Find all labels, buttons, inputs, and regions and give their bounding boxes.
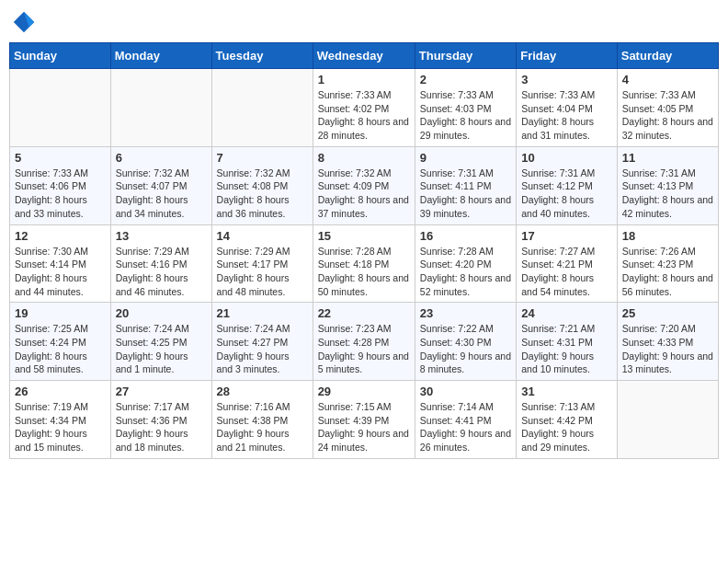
day-number: 14 xyxy=(217,229,308,243)
day-info: Sunrise: 7:13 AMSunset: 4:42 PMDaylight:… xyxy=(521,400,612,454)
day-cell-17: 17Sunrise: 7:27 AMSunset: 4:21 PMDayligh… xyxy=(517,224,618,303)
empty-cell xyxy=(110,69,211,147)
day-number: 23 xyxy=(420,306,511,320)
day-info: Sunrise: 7:14 AMSunset: 4:41 PMDaylight:… xyxy=(420,400,511,454)
col-header-saturday: Saturday xyxy=(617,43,718,69)
day-cell-29: 29Sunrise: 7:15 AMSunset: 4:39 PMDayligh… xyxy=(313,381,415,459)
day-number: 28 xyxy=(217,385,308,398)
day-number: 1 xyxy=(318,73,410,86)
day-number: 27 xyxy=(116,385,207,398)
day-cell-5: 5Sunrise: 7:33 AMSunset: 4:06 PMDaylight… xyxy=(10,146,111,224)
col-header-wednesday: Wednesday xyxy=(313,43,415,69)
day-number: 9 xyxy=(420,151,511,165)
day-cell-14: 14Sunrise: 7:29 AMSunset: 4:17 PMDayligh… xyxy=(211,224,313,303)
day-number: 7 xyxy=(217,151,308,165)
day-number: 18 xyxy=(622,229,713,243)
day-info: Sunrise: 7:32 AMSunset: 4:07 PMDaylight:… xyxy=(116,167,207,221)
day-info: Sunrise: 7:20 AMSunset: 4:33 PMDaylight:… xyxy=(622,322,713,376)
day-number: 31 xyxy=(521,385,612,398)
day-info: Sunrise: 7:24 AMSunset: 4:27 PMDaylight:… xyxy=(217,322,308,376)
day-number: 24 xyxy=(521,306,612,320)
logo-icon xyxy=(11,9,37,35)
day-info: Sunrise: 7:33 AMSunset: 4:05 PMDaylight:… xyxy=(622,88,713,143)
day-cell-7: 7Sunrise: 7:32 AMSunset: 4:08 PMDaylight… xyxy=(211,146,313,224)
day-cell-12: 12Sunrise: 7:30 AMSunset: 4:14 PMDayligh… xyxy=(10,224,111,303)
day-cell-28: 28Sunrise: 7:16 AMSunset: 4:38 PMDayligh… xyxy=(211,381,313,459)
day-number: 8 xyxy=(318,151,410,165)
day-info: Sunrise: 7:22 AMSunset: 4:30 PMDaylight:… xyxy=(420,322,511,376)
week-row-5: 26Sunrise: 7:19 AMSunset: 4:34 PMDayligh… xyxy=(10,381,719,459)
day-cell-18: 18Sunrise: 7:26 AMSunset: 4:23 PMDayligh… xyxy=(617,224,718,303)
week-row-1: 1Sunrise: 7:33 AMSunset: 4:02 PMDaylight… xyxy=(10,69,719,147)
day-cell-20: 20Sunrise: 7:24 AMSunset: 4:25 PMDayligh… xyxy=(110,303,211,381)
day-number: 12 xyxy=(15,229,106,243)
day-number: 25 xyxy=(622,306,713,320)
week-row-2: 5Sunrise: 7:33 AMSunset: 4:06 PMDaylight… xyxy=(10,146,719,224)
day-number: 21 xyxy=(217,306,308,320)
day-number: 17 xyxy=(521,229,612,243)
calendar-table: SundayMondayTuesdayWednesdayThursdayFrid… xyxy=(9,42,719,459)
week-row-3: 12Sunrise: 7:30 AMSunset: 4:14 PMDayligh… xyxy=(10,224,719,303)
day-info: Sunrise: 7:15 AMSunset: 4:39 PMDaylight:… xyxy=(318,400,410,454)
day-cell-15: 15Sunrise: 7:28 AMSunset: 4:18 PMDayligh… xyxy=(313,224,415,303)
day-info: Sunrise: 7:31 AMSunset: 4:12 PMDaylight:… xyxy=(521,167,612,221)
day-cell-13: 13Sunrise: 7:29 AMSunset: 4:16 PMDayligh… xyxy=(110,224,211,303)
day-cell-30: 30Sunrise: 7:14 AMSunset: 4:41 PMDayligh… xyxy=(415,381,516,459)
day-cell-4: 4Sunrise: 7:33 AMSunset: 4:05 PMDaylight… xyxy=(617,69,718,147)
logo xyxy=(9,9,39,35)
day-number: 6 xyxy=(116,151,207,165)
day-info: Sunrise: 7:26 AMSunset: 4:23 PMDaylight:… xyxy=(622,245,713,299)
day-cell-2: 2Sunrise: 7:33 AMSunset: 4:03 PMDaylight… xyxy=(415,69,516,147)
col-header-tuesday: Tuesday xyxy=(211,43,313,69)
day-info: Sunrise: 7:27 AMSunset: 4:21 PMDaylight:… xyxy=(521,245,612,299)
day-number: 4 xyxy=(622,73,713,86)
page-header xyxy=(9,9,719,35)
day-cell-26: 26Sunrise: 7:19 AMSunset: 4:34 PMDayligh… xyxy=(10,381,111,459)
day-cell-6: 6Sunrise: 7:32 AMSunset: 4:07 PMDaylight… xyxy=(110,146,211,224)
col-header-friday: Friday xyxy=(517,43,618,69)
day-cell-31: 31Sunrise: 7:13 AMSunset: 4:42 PMDayligh… xyxy=(517,381,618,459)
day-cell-11: 11Sunrise: 7:31 AMSunset: 4:13 PMDayligh… xyxy=(617,146,718,224)
col-header-sunday: Sunday xyxy=(10,43,111,69)
day-number: 16 xyxy=(420,229,511,243)
day-cell-27: 27Sunrise: 7:17 AMSunset: 4:36 PMDayligh… xyxy=(110,381,211,459)
day-cell-23: 23Sunrise: 7:22 AMSunset: 4:30 PMDayligh… xyxy=(415,303,516,381)
day-info: Sunrise: 7:33 AMSunset: 4:02 PMDaylight:… xyxy=(318,88,410,143)
day-cell-25: 25Sunrise: 7:20 AMSunset: 4:33 PMDayligh… xyxy=(617,303,718,381)
day-number: 11 xyxy=(622,151,713,165)
day-number: 5 xyxy=(15,151,106,165)
day-info: Sunrise: 7:19 AMSunset: 4:34 PMDaylight:… xyxy=(15,400,106,454)
day-cell-3: 3Sunrise: 7:33 AMSunset: 4:04 PMDaylight… xyxy=(517,69,618,147)
day-cell-16: 16Sunrise: 7:28 AMSunset: 4:20 PMDayligh… xyxy=(415,224,516,303)
day-info: Sunrise: 7:31 AMSunset: 4:13 PMDaylight:… xyxy=(622,167,713,221)
day-info: Sunrise: 7:33 AMSunset: 4:04 PMDaylight:… xyxy=(521,88,612,143)
day-cell-22: 22Sunrise: 7:23 AMSunset: 4:28 PMDayligh… xyxy=(313,303,415,381)
day-number: 10 xyxy=(521,151,612,165)
day-number: 29 xyxy=(318,385,410,398)
day-info: Sunrise: 7:28 AMSunset: 4:18 PMDaylight:… xyxy=(318,245,410,299)
empty-cell xyxy=(10,69,111,147)
day-info: Sunrise: 7:33 AMSunset: 4:03 PMDaylight:… xyxy=(420,88,511,143)
day-info: Sunrise: 7:33 AMSunset: 4:06 PMDaylight:… xyxy=(15,167,106,221)
day-info: Sunrise: 7:17 AMSunset: 4:36 PMDaylight:… xyxy=(116,400,207,454)
col-header-monday: Monday xyxy=(110,43,211,69)
day-info: Sunrise: 7:21 AMSunset: 4:31 PMDaylight:… xyxy=(521,322,612,376)
day-info: Sunrise: 7:29 AMSunset: 4:16 PMDaylight:… xyxy=(116,245,207,299)
day-info: Sunrise: 7:23 AMSunset: 4:28 PMDaylight:… xyxy=(318,322,410,376)
day-number: 2 xyxy=(420,73,511,86)
col-header-thursday: Thursday xyxy=(415,43,516,69)
day-info: Sunrise: 7:32 AMSunset: 4:08 PMDaylight:… xyxy=(217,167,308,221)
week-row-4: 19Sunrise: 7:25 AMSunset: 4:24 PMDayligh… xyxy=(10,303,719,381)
day-number: 26 xyxy=(15,385,106,398)
day-cell-21: 21Sunrise: 7:24 AMSunset: 4:27 PMDayligh… xyxy=(211,303,313,381)
day-cell-9: 9Sunrise: 7:31 AMSunset: 4:11 PMDaylight… xyxy=(415,146,516,224)
day-number: 3 xyxy=(521,73,612,86)
day-number: 30 xyxy=(420,385,511,398)
day-info: Sunrise: 7:28 AMSunset: 4:20 PMDaylight:… xyxy=(420,245,511,299)
day-cell-1: 1Sunrise: 7:33 AMSunset: 4:02 PMDaylight… xyxy=(313,69,415,147)
day-cell-10: 10Sunrise: 7:31 AMSunset: 4:12 PMDayligh… xyxy=(517,146,618,224)
day-cell-24: 24Sunrise: 7:21 AMSunset: 4:31 PMDayligh… xyxy=(517,303,618,381)
day-info: Sunrise: 7:30 AMSunset: 4:14 PMDaylight:… xyxy=(15,245,106,299)
empty-cell xyxy=(211,69,313,147)
day-number: 19 xyxy=(15,306,106,320)
